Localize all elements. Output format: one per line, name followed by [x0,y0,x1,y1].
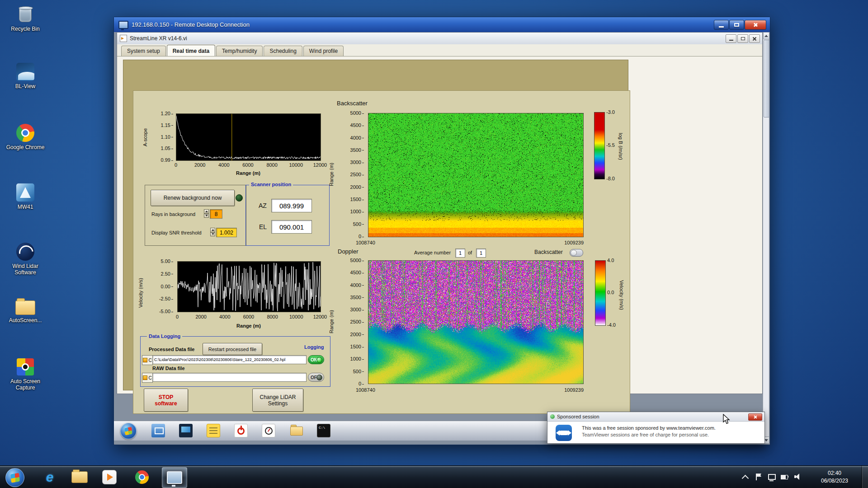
desktop: Recycle Bin BL-View Google Chrome MW41 W… [0,0,868,488]
double-arrow-icon [559,431,569,435]
backscatter-toggle[interactable] [570,249,583,257]
tab-scheduling[interactable]: Scheduling [264,46,302,56]
popup-titlebar[interactable]: Sponsored session [547,412,764,422]
battery-icon[interactable] [780,473,789,482]
desktop-icon-bl-view[interactable]: BL-View [5,62,46,89]
average-number-label: Average number [414,250,451,255]
doppler-title: Doppler [338,248,359,255]
action-center-flag-icon[interactable] [754,473,763,482]
raw-drive-selector[interactable]: C [142,373,153,383]
start-button[interactable] [5,468,24,487]
restart-processed-file-button[interactable]: Restart processed file [203,343,262,355]
tick-label: 1.05 [161,145,173,151]
snr-threshold-value[interactable]: 1.002 [216,228,237,237]
system-tray [743,466,807,488]
taskbar-remote-desktop-active[interactable] [162,467,187,488]
streamline-titlebar[interactable]: StreamLine XR v14-6.vi [117,33,762,45]
tick-label: 8000 [263,314,283,319]
tab-real-time-data[interactable]: Real time data [167,45,215,56]
velocity-x-ticks: 020004000600080001000012000 [167,314,330,319]
remote-desktop-icon [167,471,182,484]
tick-label: 3500 [350,295,364,300]
folder-icon [71,471,88,483]
desktop-icon-mw41[interactable]: MW41 [5,183,46,210]
stop-software-button[interactable]: STOP software [144,389,188,412]
show-desktop-button[interactable] [862,466,868,488]
drive-letter: C [148,375,151,380]
processed-logging-toggle[interactable]: ON [308,355,324,364]
raw-path-input[interactable] [152,373,307,382]
remote-taskbar-display-app-icon[interactable] [179,424,193,437]
raw-logging-toggle[interactable]: OFF [308,373,324,382]
app-minimize-button[interactable] [726,34,736,43]
tick-label: 1500 [350,344,364,349]
network-icon[interactable] [767,473,776,482]
tick-label: 4500 [350,270,364,275]
mw41-icon [15,183,35,202]
backscatter-toggle-label: Backscatter [534,249,563,255]
tick-label: 2000 [190,162,210,168]
tab-temp-humidity[interactable]: Temp/humidity [216,46,263,56]
stop-line1: STOP [159,394,173,400]
taskbar-internet-explorer[interactable]: e [40,467,60,487]
app-maximize-button[interactable] [737,34,748,43]
remote-taskbar-gauge-app-icon[interactable] [262,424,275,437]
desktop-icon-google-chrome[interactable]: Google Chrome [5,123,46,150]
tick-label: 8000 [262,162,282,168]
remote-taskbar-network-app-icon[interactable] [151,424,165,437]
tick-label: 500 [353,369,364,374]
remote-taskbar-command-prompt-icon[interactable]: C:\ [317,424,330,437]
scroll-up-arrow[interactable] [763,32,769,39]
internet-explorer-icon: e [46,470,54,484]
scrollbar-thumb[interactable] [764,40,769,117]
taskbar-media-player[interactable] [99,467,119,487]
renew-background-button[interactable]: Renew background now [151,190,235,206]
popup-close-button[interactable] [748,413,762,421]
streamline-window: StreamLine XR v14-6.vi System setup Real… [117,32,763,394]
processed-drive-selector[interactable]: C [142,355,153,365]
el-label: EL [259,223,267,230]
change-lidar-settings-button[interactable]: Change LiDAR Settings [252,389,303,412]
rdp-close-button[interactable] [745,20,766,30]
remote-taskbar-power-app-icon[interactable] [234,424,248,437]
desktop-icon-auto-screen-capture[interactable]: Auto Screen Capture [5,357,46,391]
taskbar-clock[interactable]: 02:40 06/08/2023 [813,469,856,485]
rdp-minimize-button[interactable] [714,20,729,30]
tick-label: 1000 [350,209,364,214]
tab-system-setup[interactable]: System setup [121,46,166,56]
tick-label: 10000 [286,162,306,168]
rays-spinner[interactable] [204,209,209,218]
desktop-icon-wind-lidar[interactable]: Wind Lidar Software [5,242,46,276]
taskbar-file-explorer[interactable] [70,467,90,487]
processed-path-input[interactable]: C:\Lidar\Data\Proc\2023\202308\20230806\… [152,355,307,364]
app-close-button[interactable] [749,34,760,43]
renew-background-led [236,194,243,202]
remote-taskbar-folder-icon[interactable] [289,424,303,437]
taskbar-google-chrome[interactable] [132,467,152,487]
tick-label: 0 [359,381,364,386]
tick-label: 12000 [310,314,330,319]
average-number-value[interactable]: 1 [455,249,465,258]
tick-label: 3000 [350,307,364,312]
volume-icon[interactable] [793,473,802,482]
remote-taskbar-notes-app-icon[interactable] [207,424,220,437]
remote-start-button[interactable] [120,423,137,439]
backscatter-y-axis-label: Range (m) [329,145,334,204]
teamviewer-status-icon [550,414,555,419]
tick-label: 1.10 [161,134,173,140]
tick-label: 2000 [350,184,364,190]
background-controls-box: Renew background now Rays in background … [145,185,246,246]
average-of-value[interactable]: 1 [476,249,486,258]
tab-wind-profile[interactable]: Wind profile [303,46,344,56]
rdp-titlebar[interactable]: 192.168.0.150 - Remote Desktop Connectio… [114,17,770,32]
desktop-icon-autoscreen-folder[interactable]: AutoScreen... [5,296,46,324]
rdp-maximize-button[interactable] [729,20,744,30]
rdp-scrollbar[interactable] [763,32,769,444]
rays-in-background-value[interactable]: 8 [210,209,222,219]
windows-flag-icon [10,473,20,483]
snr-spinner[interactable] [210,228,215,236]
desktop-icon-recycle-bin[interactable]: Recycle Bin [5,5,46,32]
show-hidden-icons-button[interactable] [742,474,749,482]
close-icon [752,37,757,41]
tick-label: 1009239 [564,240,584,245]
